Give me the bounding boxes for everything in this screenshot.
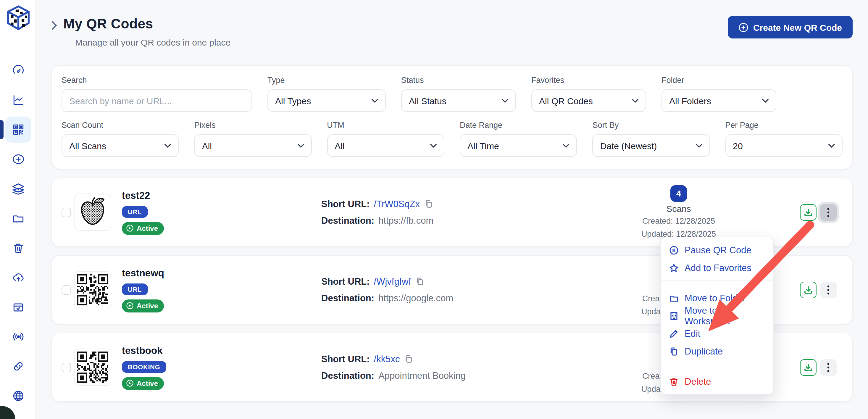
date-range-label: Date Range (460, 121, 577, 129)
destination-label: Destination: (321, 215, 374, 226)
short-url-link[interactable]: /kk5xc (374, 354, 400, 364)
chevron-down-icon (430, 144, 437, 148)
broadcast-icon (11, 330, 25, 343)
created-date: Created: 12/28/2025 (642, 215, 715, 227)
menu-item-pause[interactable]: Pause QR Code (661, 241, 773, 259)
type-select[interactable]: All Types (268, 89, 386, 112)
download-button[interactable] (800, 359, 816, 376)
menu-item-move-workspace[interactable]: Move to Workspace (661, 307, 773, 325)
qr-image[interactable] (74, 271, 111, 308)
utm-select[interactable]: All (327, 134, 444, 157)
copy-icon (669, 347, 679, 356)
chevron-down-icon (297, 144, 304, 148)
type-label: Type (268, 76, 386, 85)
play-circle-icon (126, 379, 134, 387)
sidebar-item-trash[interactable] (5, 235, 31, 261)
pencil-icon (669, 329, 679, 338)
plus-circle-icon (738, 22, 748, 32)
per-page-select[interactable]: 20 (725, 134, 842, 157)
sort-by-label: Sort By (593, 121, 710, 129)
search-input[interactable] (62, 89, 252, 112)
status-label: Status (401, 76, 516, 85)
sidebar-item-dynamic[interactable] (5, 324, 31, 350)
copy-url-button[interactable] (404, 355, 413, 363)
page-title: My QR Codes (63, 16, 230, 32)
folder-select[interactable]: All Folders (661, 89, 776, 112)
copy-url-button[interactable] (424, 200, 433, 208)
app-logo[interactable] (5, 5, 31, 31)
download-icon (804, 286, 812, 294)
chevron-down-icon (632, 98, 639, 103)
row-checkbox[interactable] (62, 285, 71, 294)
row-actions-menu-button[interactable] (820, 281, 837, 298)
qr-image[interactable] (74, 349, 111, 386)
favorites-select[interactable]: All QR Codes (531, 89, 646, 112)
sidebar-item-bulk[interactable] (5, 176, 31, 202)
row-actions-menu-button[interactable] (820, 204, 837, 220)
sidebar-expand-chevron[interactable] (52, 21, 58, 33)
menu-item-duplicate[interactable]: Duplicate (661, 343, 773, 360)
qr-name: test22 (122, 190, 150, 201)
qr-codes-icon (11, 123, 25, 136)
qr-name: testnewq (122, 267, 164, 278)
qr-row-test22: test22 URL Active Short URL: /TrW0SqZx D… (52, 178, 852, 247)
chevron-down-icon (762, 98, 769, 103)
create-new-qr-button[interactable]: Create New QR Code (728, 16, 852, 38)
sidebar-item-upload[interactable] (5, 265, 31, 291)
destination-value: https://google.com (378, 293, 453, 303)
status-select[interactable]: All Status (401, 89, 516, 112)
menu-divider (661, 280, 773, 281)
row-actions-menu-button[interactable] (820, 359, 837, 376)
trash-icon (669, 377, 679, 386)
chevron-down-icon (695, 144, 702, 148)
sidebar-item-links[interactable] (5, 353, 31, 379)
download-button[interactable] (800, 281, 816, 298)
play-circle-icon (126, 302, 134, 309)
qr-image-apple[interactable] (74, 193, 111, 231)
kebab-menu-icon (827, 362, 830, 372)
qr-dashboard-page: My QR Codes Manage all your QR codes in … (0, 0, 868, 419)
per-page-label: Per Page (725, 121, 842, 129)
type-badge: URL (122, 206, 148, 217)
row-checkbox[interactable] (62, 362, 71, 372)
copy-icon (415, 277, 424, 286)
short-url-label: Short URL: (321, 354, 370, 364)
filters-panel: Search Type All Types Status All Status (52, 65, 852, 169)
star-icon (669, 263, 679, 273)
utm-label: UTM (327, 121, 444, 129)
chevron-down-icon (828, 144, 835, 148)
download-button[interactable] (800, 204, 816, 220)
copy-url-button[interactable] (415, 277, 424, 286)
short-url-label: Short URL: (321, 276, 370, 287)
folder-icon (11, 212, 25, 225)
menu-item-delete[interactable]: Delete (661, 373, 773, 391)
menu-item-edit[interactable]: Edit (661, 325, 773, 343)
menu-item-favorite[interactable]: Add to Favorites (661, 259, 773, 277)
copy-icon (404, 355, 413, 363)
short-url-link[interactable]: /WjvfgIwf (374, 276, 411, 287)
scan-count-select[interactable]: All Scans (62, 134, 179, 157)
sidebar-item-analytics[interactable] (5, 87, 31, 113)
sidebar-item-dashboard[interactable] (5, 57, 31, 84)
sidebar-item-domains[interactable] (5, 383, 31, 409)
status-badge: Active (122, 299, 164, 312)
folder-icon (669, 294, 679, 303)
row-checkbox[interactable] (62, 207, 71, 217)
pixels-select[interactable]: All (194, 134, 312, 157)
building-icon (669, 311, 679, 321)
sidebar-item-folders[interactable] (5, 205, 31, 231)
page-header: My QR Codes Manage all your QR codes in … (52, 16, 852, 47)
sidebar (0, 0, 36, 419)
sidebar-nav (0, 57, 36, 409)
scan-count-badge: 4 (671, 185, 687, 202)
chevron-down-icon (372, 98, 378, 103)
sidebar-item-create[interactable] (5, 146, 31, 172)
sort-by-select[interactable]: Date (Newest) (593, 134, 710, 157)
menu-item-move-folder[interactable]: Move to Folder (661, 290, 773, 307)
sidebar-item-my-qr-codes[interactable] (5, 117, 31, 143)
short-url-link[interactable]: /TrW0SqZx (374, 199, 420, 209)
scans-label: Scans (666, 203, 691, 213)
sidebar-item-bookings[interactable] (5, 294, 31, 320)
kebab-menu-icon (827, 285, 830, 294)
date-range-select[interactable]: All Time (460, 134, 577, 157)
